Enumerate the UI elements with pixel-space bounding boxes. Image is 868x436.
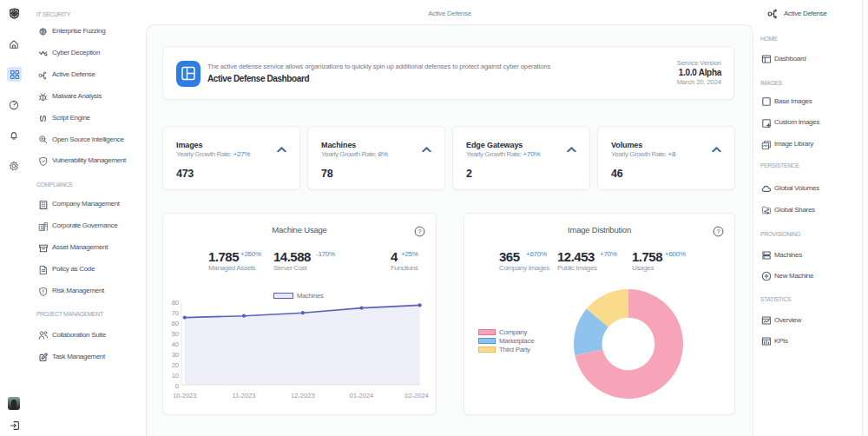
svg-text:50: 50	[172, 330, 179, 338]
svg-text:70: 70	[172, 309, 179, 317]
svg-text:0: 0	[175, 382, 179, 390]
svg-text:?: ?	[418, 228, 421, 235]
svg-text:80: 80	[172, 299, 179, 307]
svg-text:10-2023: 10-2023	[173, 392, 197, 400]
svg-text:11-2023: 11-2023	[233, 392, 256, 400]
svg-text:02-2024: 02-2024	[404, 392, 429, 400]
svg-text:?: ?	[716, 228, 720, 235]
svg-text:01-2024: 01-2024	[350, 392, 374, 400]
svg-text:12-2023: 12-2023	[291, 392, 315, 400]
svg-text:10: 10	[172, 372, 179, 380]
svg-text:20: 20	[172, 361, 179, 369]
svg-text:60: 60	[172, 320, 179, 327]
svg-text:30: 30	[172, 351, 179, 359]
svg-text:40: 40	[172, 340, 179, 348]
